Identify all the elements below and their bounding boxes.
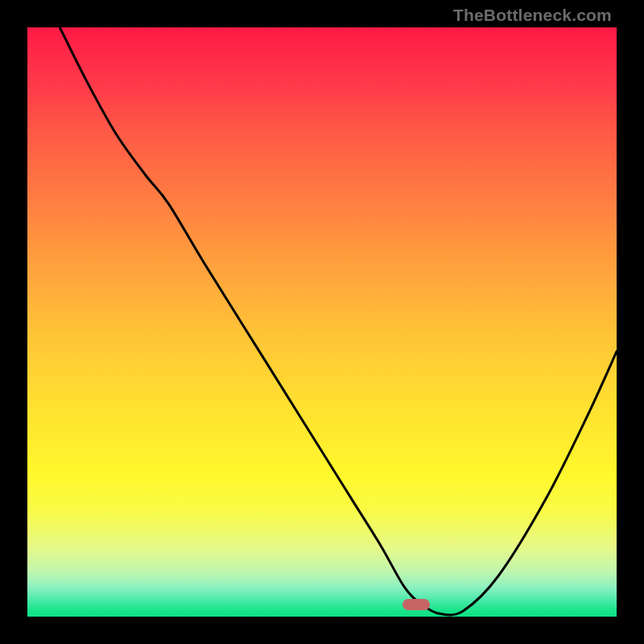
- chart-plot-area: [27, 27, 617, 617]
- watermark-text: TheBottleneck.com: [453, 6, 612, 25]
- optimal-marker: [402, 599, 430, 610]
